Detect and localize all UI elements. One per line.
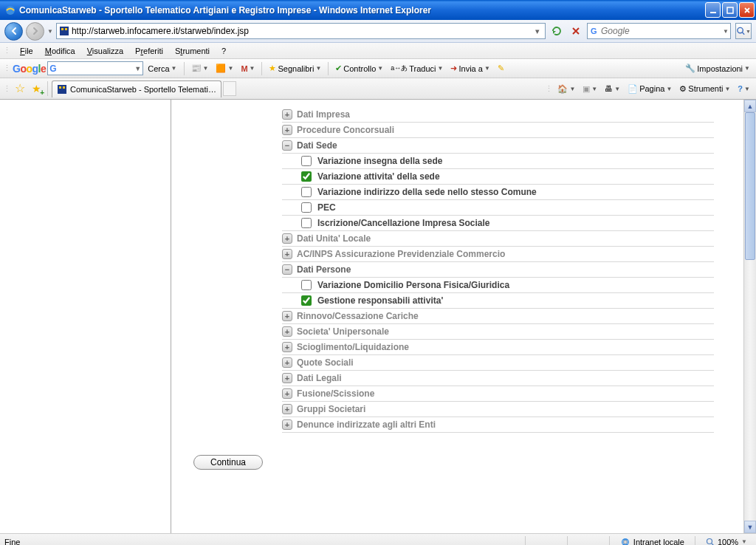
expand-icon[interactable]: + bbox=[282, 357, 292, 368]
minimize-button[interactable] bbox=[705, 2, 721, 18]
section-header[interactable]: +Scioglimento/Liquidazione bbox=[282, 340, 714, 355]
section-header[interactable]: +Denunce indirizzate agli altri Enti bbox=[282, 417, 714, 433]
zoom-dropdown-icon[interactable]: ▼ bbox=[741, 538, 747, 545]
add-favorite-button[interactable]: ★+ bbox=[29, 81, 44, 96]
cerca-button[interactable]: Cerca ▼ bbox=[145, 63, 179, 75]
section-header[interactable]: +Dati Impresa bbox=[282, 107, 714, 123]
rss-icon: ▣ bbox=[583, 84, 590, 94]
expand-icon[interactable]: + bbox=[282, 326, 292, 337]
expand-icon[interactable]: + bbox=[282, 311, 292, 321]
expand-icon[interactable]: + bbox=[282, 373, 292, 383]
option-checkbox[interactable] bbox=[301, 295, 312, 306]
print-button[interactable]: 🖶▼ bbox=[602, 83, 623, 95]
stop-button[interactable] bbox=[568, 23, 584, 39]
option-checkbox[interactable] bbox=[301, 202, 312, 213]
status-zoom[interactable]: 100% ▼ bbox=[701, 538, 752, 546]
traduci-button[interactable]: a↔あ Traduci▼ bbox=[388, 62, 446, 75]
scroll-down-icon[interactable]: ▼ bbox=[744, 521, 756, 533]
option-checkbox[interactable] bbox=[301, 280, 312, 290]
option-checkbox[interactable] bbox=[301, 187, 312, 197]
window-title: ComunicaStarweb - Sportello Telematico A… bbox=[19, 5, 705, 16]
cmd-grip-icon[interactable]: ⋮ bbox=[545, 84, 553, 94]
refresh-button[interactable] bbox=[549, 23, 565, 39]
new-tab-button[interactable] bbox=[223, 81, 236, 96]
section-header[interactable]: +Rinnovo/Cessazione Cariche bbox=[282, 309, 714, 324]
address-dropdown-icon[interactable]: ▾ bbox=[532, 27, 543, 36]
menu-help[interactable]: ? bbox=[216, 45, 232, 57]
option-checkbox[interactable] bbox=[301, 218, 312, 228]
url-input[interactable] bbox=[72, 26, 532, 36]
section-header[interactable]: +Dati Legali bbox=[282, 371, 714, 386]
toolbar-grip-icon[interactable]: ⋮ bbox=[3, 64, 11, 73]
expand-icon[interactable]: + bbox=[282, 342, 292, 352]
home-button[interactable]: 🏠▼ bbox=[554, 83, 578, 95]
menu-strumenti[interactable]: Strumenti bbox=[169, 45, 216, 57]
nav-dropdown-icon[interactable]: ▼ bbox=[47, 28, 53, 35]
menu-grip-icon[interactable]: ⋮ bbox=[3, 46, 11, 55]
news-icon: 📰 bbox=[191, 64, 202, 73]
blocks-button[interactable]: 🟧▼ bbox=[213, 62, 236, 75]
search-go-button[interactable]: ▼ bbox=[735, 23, 752, 39]
invia-button[interactable]: ➜ Invia a▼ bbox=[447, 62, 492, 75]
close-button[interactable] bbox=[739, 2, 755, 18]
strumenti-button[interactable]: ⚙ Strumenti ▼ bbox=[676, 83, 733, 95]
scroll-thumb[interactable] bbox=[745, 112, 755, 260]
checkbox-row: PEC bbox=[282, 200, 714, 216]
section-header[interactable]: +Dati Unita' Locale bbox=[282, 231, 714, 247]
section-header[interactable]: −Dati Persone bbox=[282, 262, 714, 278]
favorites-star-button[interactable]: ☆ bbox=[13, 81, 27, 96]
forward-button[interactable] bbox=[26, 22, 44, 41]
section-header[interactable]: −Dati Sede bbox=[282, 138, 714, 154]
menu-visualizza[interactable]: Visualizza bbox=[81, 45, 129, 57]
menu-preferiti[interactable]: Preferiti bbox=[129, 45, 169, 57]
collapse-icon[interactable]: − bbox=[282, 140, 292, 151]
section-label: Dati Legali bbox=[297, 373, 342, 383]
segnalibri-button[interactable]: ★ Segnalibri▼ bbox=[266, 62, 324, 75]
browser-tab[interactable]: ComunicaStarweb - Sportello Telematico A… bbox=[52, 80, 221, 97]
google-search-provider-icon: G bbox=[589, 26, 599, 36]
continua-button[interactable]: Continua bbox=[193, 455, 263, 470]
collapse-icon[interactable]: − bbox=[282, 264, 292, 275]
favrow-grip-icon[interactable]: ⋮ bbox=[3, 84, 11, 94]
google-search-dropdown-icon[interactable]: ▼ bbox=[134, 65, 141, 72]
google-search-box[interactable]: G ▼ bbox=[47, 61, 143, 75]
section-header[interactable]: +Quote Sociali bbox=[282, 355, 714, 371]
expand-icon[interactable]: + bbox=[282, 404, 292, 414]
scroll-up-icon[interactable]: ▲ bbox=[744, 100, 756, 112]
address-bar[interactable]: ▾ bbox=[56, 23, 546, 39]
section-header[interactable]: +Gruppi Societari bbox=[282, 402, 714, 417]
content-area: +Dati Impresa+Procedure Concorsuali−Dati… bbox=[0, 100, 756, 533]
expand-icon[interactable]: + bbox=[282, 419, 292, 430]
back-button[interactable] bbox=[4, 22, 23, 41]
search-provider-dropdown-icon[interactable]: ▼ bbox=[723, 28, 729, 35]
checkbox-label: Variazione insegna della sede bbox=[317, 156, 442, 166]
highlight-button[interactable]: ✎ bbox=[495, 62, 507, 75]
menu-modifica[interactable]: Modifica bbox=[39, 45, 81, 57]
section-label: Societa' Unipersonale bbox=[297, 326, 389, 337]
option-checkbox[interactable] bbox=[301, 156, 312, 166]
ie-logo-icon bbox=[4, 4, 16, 16]
maximize-button[interactable] bbox=[722, 2, 738, 18]
browser-search-input[interactable] bbox=[601, 26, 723, 36]
gmail-button[interactable]: M▼ bbox=[238, 63, 258, 75]
vertical-scrollbar[interactable]: ▲ ▼ bbox=[743, 100, 756, 533]
section-header[interactable]: +Societa' Unipersonale bbox=[282, 324, 714, 340]
section-header[interactable]: +Procedure Concorsuali bbox=[282, 123, 714, 138]
expand-icon[interactable]: + bbox=[282, 109, 292, 120]
page-icon: 📄 bbox=[628, 84, 638, 94]
menu-file[interactable]: FFileile bbox=[14, 45, 39, 57]
help-button[interactable]: ?▼ bbox=[735, 83, 753, 95]
controllo-button[interactable]: ✔ Controllo▼ bbox=[332, 62, 386, 75]
section-header[interactable]: +AC/INPS Assicurazione Previdenziale Com… bbox=[282, 247, 714, 262]
option-checkbox[interactable] bbox=[301, 171, 312, 182]
expand-icon[interactable]: + bbox=[282, 233, 292, 244]
browser-search-box[interactable]: G ▼ bbox=[587, 23, 731, 39]
expand-icon[interactable]: + bbox=[282, 388, 292, 399]
pagina-button[interactable]: 📄 Pagina ▼ bbox=[625, 83, 675, 95]
feeds-button[interactable]: ▣▼ bbox=[580, 83, 600, 95]
news-button[interactable]: 📰▼ bbox=[188, 62, 212, 75]
expand-icon[interactable]: + bbox=[282, 125, 292, 135]
expand-icon[interactable]: + bbox=[282, 249, 292, 259]
section-header[interactable]: +Fusione/Scissione bbox=[282, 386, 714, 402]
impostazioni-button[interactable]: 🔧 Impostazioni▼ bbox=[682, 62, 753, 75]
